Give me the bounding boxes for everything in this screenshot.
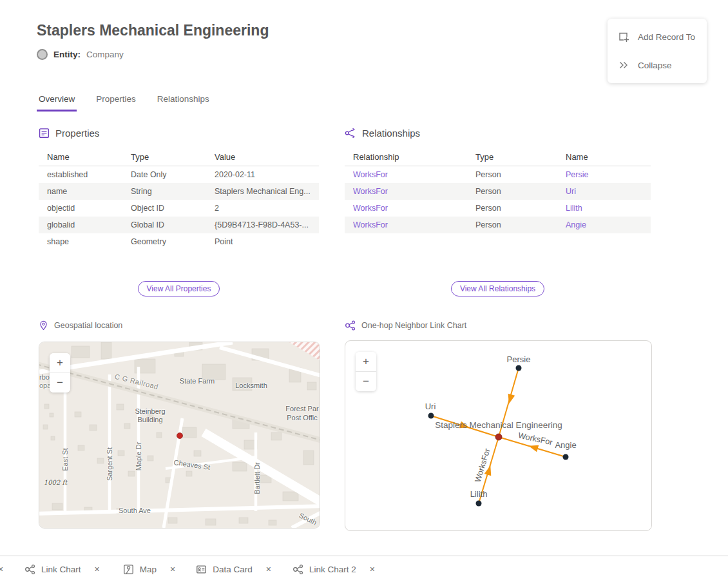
close-icon[interactable]: × bbox=[95, 564, 100, 574]
map-viewport[interactable]: rbour opaedics C G Railroad State Farm L… bbox=[39, 342, 320, 529]
entity-row: Entity: Company bbox=[37, 49, 124, 60]
table-row: WorksFor Person Lilith bbox=[345, 200, 651, 217]
cell: name bbox=[39, 187, 122, 196]
table-row: globalid Global ID {5D9B4713-F98D-4A53-.… bbox=[39, 217, 319, 233]
relationships-icon bbox=[345, 128, 356, 139]
entity-link[interactable]: Persie bbox=[557, 170, 651, 179]
entity-link[interactable]: Lilith bbox=[557, 204, 651, 213]
col-header: Relationship bbox=[345, 152, 467, 162]
menu-item-label: Add Record To bbox=[638, 32, 695, 42]
close-icon[interactable]: × bbox=[0, 564, 7, 574]
chart-node-label: Uri bbox=[425, 402, 436, 411]
link-chart-viewport[interactable]: Persie Uri Angie Lilith Staplers Mechani… bbox=[345, 340, 652, 531]
tab-properties[interactable]: Properties bbox=[94, 93, 138, 112]
view-all-properties-button[interactable]: View All Properties bbox=[138, 281, 220, 296]
cell: Date Only bbox=[122, 170, 206, 179]
col-header: Value bbox=[206, 152, 319, 162]
chart-center-node[interactable] bbox=[495, 434, 502, 440]
col-header: Type bbox=[467, 152, 557, 162]
doc-tab-label: Map bbox=[140, 565, 157, 574]
entity-link[interactable]: Uri bbox=[557, 187, 651, 196]
link-chart-icon bbox=[292, 564, 303, 575]
table-header: Name Type Value bbox=[39, 148, 319, 166]
link-chart-canvas bbox=[345, 341, 651, 530]
chart-node-label: Angie bbox=[555, 440, 576, 450]
col-header: Name bbox=[39, 152, 122, 162]
table-row: WorksFor Person Angie bbox=[345, 217, 651, 233]
geospatial-section-header: Geospatial location bbox=[39, 320, 122, 331]
page-title: Staplers Mechanical Engineering bbox=[37, 22, 269, 39]
chart-zoom-control: + − bbox=[356, 352, 376, 391]
chart-node-label: Lilith bbox=[470, 489, 488, 499]
cell: String bbox=[122, 187, 206, 196]
doc-tab-label: Data Card bbox=[213, 565, 253, 574]
cell: 2020-02-11 bbox=[206, 170, 319, 179]
relationships-table: Relationship Type Name WorksFor Person P… bbox=[345, 148, 651, 233]
doc-tab-label: Link Chart 2 bbox=[309, 565, 356, 574]
menu-item-collapse[interactable]: Collapse bbox=[608, 51, 707, 79]
cell: 2 bbox=[206, 204, 319, 213]
entity-link[interactable]: Angie bbox=[557, 220, 651, 229]
cell: {5D9B4713-F98D-4A53-... bbox=[206, 220, 319, 229]
table-row: WorksFor Person Persie bbox=[345, 166, 651, 183]
zoom-out-button[interactable]: − bbox=[50, 373, 70, 393]
table-row: WorksFor Person Uri bbox=[345, 183, 651, 200]
cell: Object ID bbox=[122, 204, 206, 213]
map-pin-icon bbox=[39, 320, 48, 331]
close-icon[interactable]: × bbox=[170, 564, 175, 574]
map-label: Forest Par bbox=[285, 405, 318, 412]
doc-tab-label: Link Chart bbox=[41, 565, 81, 574]
cell: objectid bbox=[39, 204, 122, 213]
col-header: Type bbox=[122, 152, 206, 162]
zoom-in-button[interactable]: + bbox=[356, 352, 376, 371]
close-icon[interactable]: × bbox=[266, 564, 271, 574]
properties-section-header: Properties bbox=[39, 128, 99, 139]
cell: Person bbox=[467, 220, 557, 229]
map-label: Steinberg bbox=[135, 407, 165, 415]
link-chart-icon bbox=[345, 320, 356, 331]
doc-tab-link-chart[interactable]: Link Chart × bbox=[24, 564, 100, 575]
zoom-out-button[interactable]: − bbox=[356, 372, 376, 391]
collapse-icon bbox=[618, 59, 629, 71]
view-all-relationships-button[interactable]: View All Relationships bbox=[451, 281, 544, 296]
cell: Point bbox=[206, 237, 319, 246]
entity-label: Entity: bbox=[53, 50, 81, 59]
properties-icon bbox=[39, 128, 50, 139]
map-scale-label: 1002 ft bbox=[44, 479, 67, 486]
menu-item-add-record-to[interactable]: Add Record To bbox=[608, 23, 707, 51]
table-row: shape Geometry Point bbox=[39, 233, 319, 250]
relationship-link[interactable]: WorksFor bbox=[345, 187, 467, 196]
cell: shape bbox=[39, 237, 122, 246]
relationship-link[interactable]: WorksFor bbox=[345, 170, 467, 179]
map-label: Bartlett Dr bbox=[253, 462, 261, 494]
tab-relationships[interactable]: Relationships bbox=[155, 93, 211, 112]
cell: Person bbox=[467, 187, 557, 196]
tab-overview[interactable]: Overview bbox=[37, 93, 77, 112]
relationship-link[interactable]: WorksFor bbox=[345, 204, 467, 213]
zoom-in-button[interactable]: + bbox=[50, 353, 70, 373]
add-record-icon bbox=[618, 31, 629, 43]
cell: Staplers Mechanical Eng... bbox=[206, 187, 319, 196]
cell: Geometry bbox=[122, 237, 206, 246]
table-row: established Date Only 2020-02-11 bbox=[39, 166, 319, 183]
section-title: Properties bbox=[55, 128, 99, 139]
entity-value: Company bbox=[86, 50, 124, 59]
cell: established bbox=[39, 170, 122, 179]
map-label: Post Offic bbox=[287, 414, 317, 422]
relationship-link[interactable]: WorksFor bbox=[345, 220, 467, 229]
section-title: Relationships bbox=[362, 128, 420, 139]
doc-tab-map[interactable]: Map × bbox=[123, 564, 175, 575]
table-header: Relationship Type Name bbox=[345, 148, 651, 166]
close-icon[interactable]: × bbox=[370, 564, 375, 574]
map-icon bbox=[123, 564, 134, 575]
context-menu: Add Record To Collapse bbox=[608, 19, 707, 83]
doc-tab-link-chart-2[interactable]: Link Chart 2 × bbox=[292, 564, 375, 575]
chart-center-node-label: Staplers Mechanical Engineering bbox=[435, 420, 562, 430]
map-label: Locksmith bbox=[235, 382, 267, 389]
document-tab-bar: × Link Chart × Map × bbox=[0, 556, 728, 582]
doc-tab-data-card[interactable]: Data Card × bbox=[196, 564, 271, 575]
link-chart-icon bbox=[24, 564, 35, 575]
col-header: Name bbox=[557, 152, 651, 162]
map-label: South Ave bbox=[119, 507, 151, 514]
map-label: State Farm bbox=[180, 377, 215, 385]
